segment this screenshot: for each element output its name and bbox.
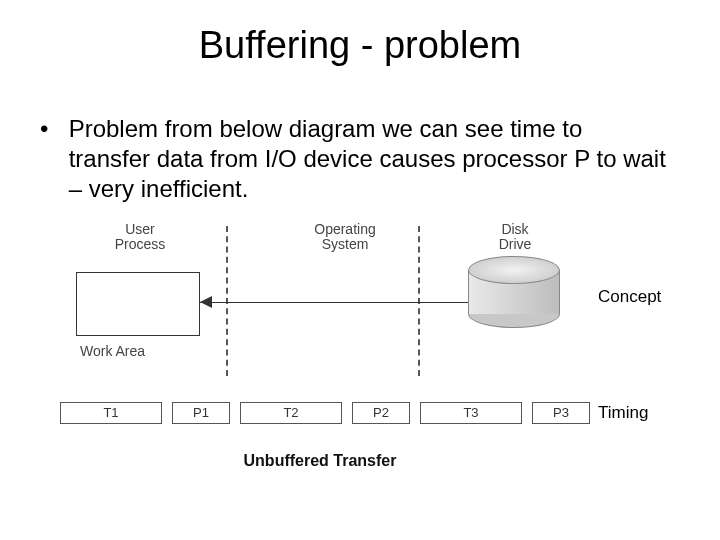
- slide-title: Buffering - problem: [0, 24, 720, 67]
- timing-box-t2: T2: [240, 402, 342, 424]
- label-operating-system: OperatingSystem: [300, 222, 390, 253]
- label-work-area: Work Area: [80, 344, 150, 359]
- data-arrow-head-icon: [200, 296, 212, 308]
- timing-box-p2: P2: [352, 402, 410, 424]
- label-user-process: UserProcess: [105, 222, 175, 253]
- concept-diagram: UserProcess OperatingSystem DiskDrive Wo…: [50, 220, 670, 480]
- timing-box-p3: P3: [532, 402, 590, 424]
- label-disk-drive: DiskDrive: [485, 222, 545, 253]
- work-area-box: [76, 272, 200, 336]
- bullet-item: • Problem from below diagram we can see …: [40, 114, 680, 204]
- slide: Buffering - problem • Problem from below…: [0, 0, 720, 540]
- divider-2: [418, 226, 420, 376]
- timing-box-t3: T3: [420, 402, 522, 424]
- timing-box-t1: T1: [60, 402, 162, 424]
- bullet-text: Problem from below diagram we can see ti…: [69, 114, 669, 204]
- timing-row: T1 P1 T2 P2 T3 P3: [50, 402, 590, 428]
- label-timing: Timing: [598, 404, 678, 423]
- diagram-caption: Unbuffered Transfer: [50, 452, 590, 470]
- disk-icon: [468, 256, 560, 328]
- bullet-dot: •: [40, 114, 62, 144]
- label-concept: Concept: [598, 288, 678, 307]
- timing-box-p1: P1: [172, 402, 230, 424]
- divider-1: [226, 226, 228, 376]
- disk-top: [468, 256, 560, 284]
